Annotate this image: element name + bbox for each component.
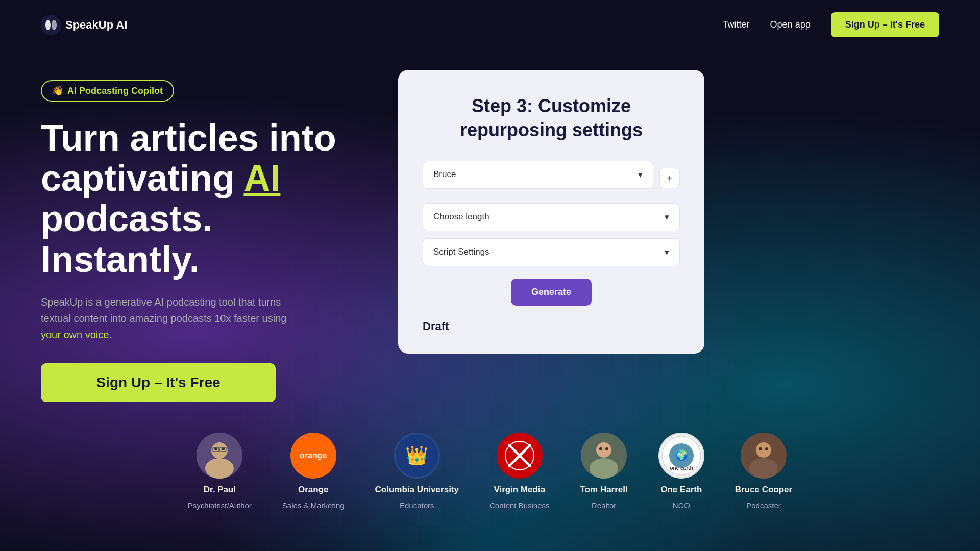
navbar: SpeakUp AI Twitter Open app Sign Up – It… [0,0,980,49]
nav-signup-button[interactable]: Sign Up – It's Free [831,12,939,37]
voice-label: Bruce [433,169,456,180]
proof-item-bruce: Bruce Cooper Podcaster [735,433,792,510]
voice-row: Bruce ▾ + [423,161,680,196]
script-label: Script Settings [433,247,489,257]
proof-item-columbia: 👑 Columbia University Educators [375,433,459,510]
proof-name-tom: Tom Harrell [580,485,628,495]
proof-name-virgin: Virgin Media [494,485,545,495]
voice-dropdown[interactable]: Bruce ▾ [423,161,653,189]
proof-name-dr-paul: Dr. Paul [204,485,236,495]
svg-point-1 [45,20,51,30]
svg-point-24 [756,442,771,458]
voice-chevron-icon: ▾ [638,169,643,180]
avatar-columbia: 👑 [394,433,440,479]
nav-links: Twitter Open app Sign Up – It's Free [723,12,939,37]
hero-highlight: AI [243,158,280,198]
svg-point-0 [41,15,61,35]
proof-role-tom: Realtor [592,501,616,510]
proof-name-oneearth: One Earth [660,485,702,495]
generate-button[interactable]: Generate [511,279,592,306]
draft-label: Draft [423,320,680,333]
logo-text: SpeakUp AI [65,18,127,32]
avatar-virgin [497,433,543,479]
twitter-link[interactable]: Twitter [723,19,750,30]
card-title: Step 3: Customize repurposing settings [423,94,680,142]
proof-role-dr-paul: Psychiatrist/Author [188,501,252,510]
dr-paul-avatar-img [197,433,242,479]
proof-role-oneearth: NGO [673,501,690,510]
svg-point-15 [596,442,611,458]
script-dropdown[interactable]: Script Settings ▾ [423,238,680,266]
badge: 👋 AI Podcasting Copilot [41,80,174,102]
svg-point-16 [590,458,618,479]
proof-role-virgin: Content Business [489,501,550,510]
hero-subtitle: SpeakUp is a generative AI podcasting to… [41,294,306,343]
svg-point-5 [205,458,234,479]
svg-text:🌍: 🌍 [675,449,688,461]
length-chevron-icon: ▾ [665,212,669,222]
svg-point-17 [599,447,602,450]
proof-item-orange: orange Orange Sales & Marketing [282,433,345,510]
avatar-orange: orange [290,433,336,479]
svg-text:one earth: one earth [670,465,693,471]
badge-text: AI Podcasting Copilot [67,86,163,96]
proof-role-columbia: Educators [400,501,434,510]
svg-point-7 [222,447,225,450]
svg-point-25 [749,458,778,479]
hero-left: 👋 AI Podcasting Copilot Turn articles in… [41,70,357,402]
svg-point-18 [605,447,608,450]
hero-signup-button[interactable]: Sign Up – It's Free [41,363,276,402]
proof-name-bruce: Bruce Cooper [735,485,792,495]
svg-point-27 [765,447,768,450]
logo-icon [41,15,61,35]
add-voice-button[interactable]: + [659,168,680,188]
length-dropdown[interactable]: Choose length ▾ [423,203,680,231]
proof-role-bruce: Podcaster [746,501,781,510]
social-proof-section: Dr. Paul Psychiatrist/Author orange Oran… [0,407,980,510]
svg-point-4 [211,442,228,459]
proof-item-tom: Tom Harrell Realtor [580,433,628,510]
logo[interactable]: SpeakUp AI [41,15,127,35]
avatar-oneearth: 🌍 one earth [658,433,704,479]
avatar-bruce [741,433,787,479]
proof-name-columbia: Columbia University [375,485,459,495]
hero-right: Step 3: Customize repurposing settings B… [398,70,704,354]
script-chevron-icon: ▾ [665,247,669,258]
avatar-dr-paul [197,433,242,479]
length-label: Choose length [433,212,489,222]
proof-item-virgin: Virgin Media Content Business [489,433,550,510]
avatar-tom [581,433,627,479]
svg-point-26 [759,447,762,450]
svg-point-6 [214,447,217,450]
svg-point-2 [52,20,57,30]
proof-name-orange: Orange [298,485,329,495]
proof-item-dr-paul: Dr. Paul Psychiatrist/Author [188,433,252,510]
open-app-link[interactable]: Open app [770,19,811,30]
proof-item-oneearth: 🌍 one earth One Earth NGO [658,433,704,510]
hero-title: Turn articles into captivating AI podcas… [41,118,357,280]
hero-section: 👋 AI Podcasting Copilot Turn articles in… [0,49,980,402]
customize-card: Step 3: Customize repurposing settings B… [398,70,704,354]
badge-emoji: 👋 [52,85,63,96]
proof-role-orange: Sales & Marketing [282,501,345,510]
